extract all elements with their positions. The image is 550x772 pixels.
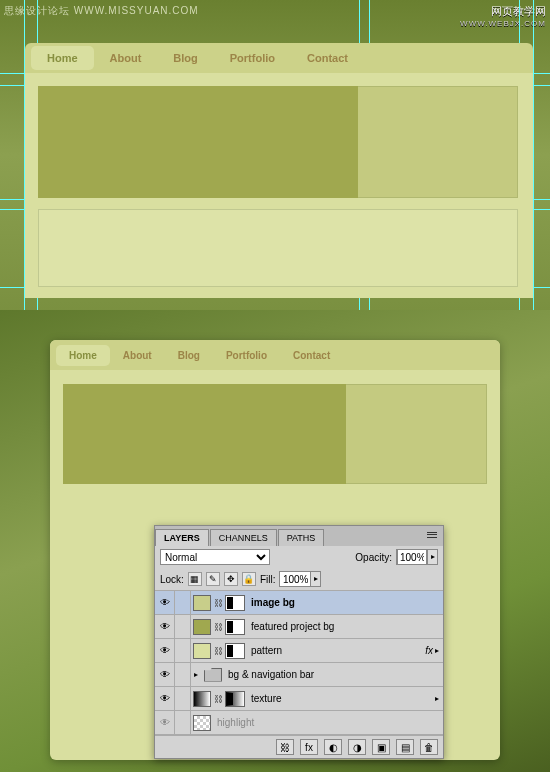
layer-swatch	[193, 595, 211, 611]
adjustment-icon[interactable]: ◑	[348, 739, 366, 755]
opacity-arrow-icon[interactable]: ▸	[427, 550, 437, 564]
layer-name[interactable]: image bg	[251, 597, 443, 608]
blend-mode-select[interactable]: Normal	[160, 549, 270, 565]
secondary-row	[38, 209, 518, 287]
group-expand-icon[interactable]: ▸	[194, 670, 198, 679]
link-cell[interactable]	[175, 687, 191, 710]
nav-portfolio[interactable]: Portfolio	[213, 345, 280, 366]
design-card: Home About Blog Portfolio Contact LAYERS…	[50, 340, 500, 760]
layer-mask-thumb[interactable]	[225, 619, 245, 635]
nav-blog[interactable]: Blog	[165, 345, 213, 366]
layer-mask-thumb[interactable]	[225, 643, 245, 659]
layer-name[interactable]: bg & navigation bar	[228, 669, 443, 680]
guide-vertical	[533, 0, 534, 310]
tab-paths[interactable]: PATHS	[278, 529, 325, 546]
nav-contact[interactable]: Contact	[291, 46, 364, 70]
panel-footer: ⛓ fx ◐ ◑ ▣ ▤ 🗑	[155, 735, 443, 758]
layer-swatch	[193, 643, 211, 659]
panel-tabs: LAYERS CHANNELS PATHS	[155, 526, 443, 546]
fill-label: Fill:	[260, 574, 276, 585]
visibility-eye-icon[interactable]: 👁	[155, 687, 175, 710]
layer-row[interactable]: 👁 ⛓ pattern fx ▸	[155, 639, 443, 663]
layer-row[interactable]: 👁 ▸ bg & navigation bar	[155, 663, 443, 687]
chain-icon: ⛓	[213, 622, 223, 632]
layer-swatch	[193, 619, 211, 635]
tab-channels[interactable]: CHANNELS	[210, 529, 277, 546]
lock-brush-icon[interactable]: ✎	[206, 572, 220, 586]
visibility-eye-icon[interactable]: 👁	[155, 639, 175, 662]
new-layer-icon[interactable]: ▤	[396, 739, 414, 755]
fill-arrow-icon[interactable]: ▸	[310, 572, 320, 586]
link-cell[interactable]	[175, 615, 191, 638]
trash-icon[interactable]: 🗑	[420, 739, 438, 755]
layer-name[interactable]: pattern	[251, 645, 425, 656]
visibility-eye-icon[interactable]: 👁	[155, 591, 175, 614]
watermark-left: 思缘设计论坛 WWW.MISSYUAN.COM	[4, 4, 199, 18]
image-bg	[63, 384, 346, 484]
lock-move-icon[interactable]: ✥	[224, 572, 238, 586]
layer-row[interactable]: 👁 highlight	[155, 711, 443, 735]
link-cell[interactable]	[175, 711, 191, 734]
visibility-eye-icon[interactable]: 👁	[155, 711, 175, 734]
nav-home[interactable]: Home	[31, 46, 94, 70]
link-layers-icon[interactable]: ⛓	[276, 739, 294, 755]
opacity-input[interactable]	[397, 549, 427, 565]
layer-row[interactable]: 👁 ⛓ featured project bg	[155, 615, 443, 639]
layer-name[interactable]: texture	[251, 693, 435, 704]
layer-mask-thumb[interactable]	[225, 691, 245, 707]
nav-about[interactable]: About	[94, 46, 158, 70]
fill-input[interactable]	[280, 574, 310, 585]
layer-row[interactable]: 👁 ⛓ texture ▸	[155, 687, 443, 711]
visibility-eye-icon[interactable]: 👁	[155, 663, 175, 686]
fx-icon[interactable]: fx	[300, 739, 318, 755]
chain-icon: ⛓	[213, 694, 223, 704]
upper-mockup: 思缘设计论坛 WWW.MISSYUAN.COM 网页教学网 WWW.WEBJX.…	[0, 0, 550, 310]
link-cell[interactable]	[175, 591, 191, 614]
fx-badge[interactable]: fx	[425, 645, 433, 656]
lock-all-icon[interactable]: 🔒	[242, 572, 256, 586]
layers-panel: LAYERS CHANNELS PATHS Normal Opacity: ▸ …	[154, 525, 444, 759]
lock-transparent-icon[interactable]: ▦	[188, 572, 202, 586]
visibility-eye-icon[interactable]: 👁	[155, 615, 175, 638]
nav-bar: Home About Blog Portfolio Contact	[50, 340, 500, 370]
fx-expand-icon[interactable]: ▸	[435, 646, 439, 655]
folder-icon	[204, 668, 222, 682]
nav-portfolio[interactable]: Portfolio	[214, 46, 291, 70]
chain-icon: ⛓	[213, 598, 223, 608]
layer-name[interactable]: highlight	[217, 717, 443, 728]
layer-name[interactable]: featured project bg	[251, 621, 443, 632]
lower-mockup: Home About Blog Portfolio Contact LAYERS…	[0, 310, 550, 772]
layer-swatch	[193, 691, 211, 707]
nav-about[interactable]: About	[110, 345, 165, 366]
layer-mask-thumb[interactable]	[225, 595, 245, 611]
nav-blog[interactable]: Blog	[157, 46, 213, 70]
panel-menu-icon[interactable]	[425, 529, 439, 541]
tab-layers[interactable]: LAYERS	[155, 529, 209, 546]
nav-contact[interactable]: Contact	[280, 345, 343, 366]
nav-bar: Home About Blog Portfolio Contact	[25, 43, 533, 73]
group-icon[interactable]: ▣	[372, 739, 390, 755]
mask-icon[interactable]: ◐	[324, 739, 342, 755]
lock-label: Lock:	[160, 574, 184, 585]
link-cell[interactable]	[175, 663, 191, 686]
expand-icon[interactable]: ▸	[435, 694, 439, 703]
link-cell[interactable]	[175, 639, 191, 662]
image-bg	[38, 86, 358, 198]
chain-icon: ⛓	[213, 646, 223, 656]
nav-home[interactable]: Home	[56, 345, 110, 366]
opacity-label: Opacity:	[355, 552, 392, 563]
layer-swatch	[193, 715, 211, 731]
layer-row[interactable]: 👁 ⛓ image bg	[155, 591, 443, 615]
